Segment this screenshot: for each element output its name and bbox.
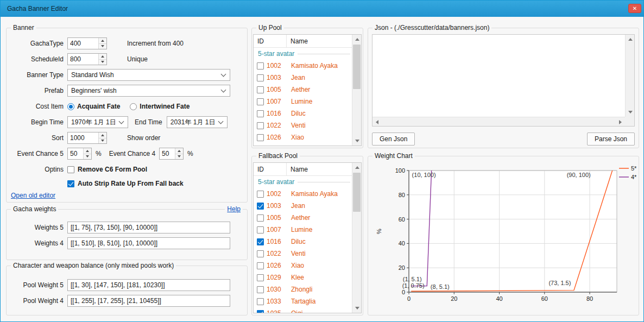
scroll-right-icon[interactable] [616,117,625,127]
parse-json-button[interactable]: Parse Json [587,132,635,146]
pool-row[interactable]: 1033Tartaglia [254,295,352,307]
spin-down-icon[interactable] [98,138,106,144]
event-chance-4-input[interactable] [160,148,175,159]
cost-item-radio-1[interactable]: Acquaint Fate [67,103,120,110]
spin-up-icon[interactable] [175,148,183,154]
pool-row[interactable]: 1005Aether [254,84,352,96]
scroll-up-icon[interactable] [352,163,362,172]
pool-row-checkbox[interactable] [257,310,264,313]
scroll-down-icon[interactable] [626,108,635,117]
checkbox-label: Auto Strip Rate Up From Fall back [78,180,184,187]
spin-up-icon[interactable] [98,132,106,138]
pool-row[interactable]: 1029Klee [254,272,352,283]
scheduleid-input[interactable] [68,54,98,65]
pool-row-checkbox[interactable] [257,134,264,141]
close-button[interactable]: ✕ [628,4,641,13]
banner-type-select[interactable]: Standard Wish [67,69,230,81]
pool-row-checkbox[interactable] [257,214,264,222]
event-chance-5-input[interactable] [68,148,83,159]
spin-down-icon[interactable] [98,60,106,65]
scroll-up-icon[interactable] [352,35,362,44]
json-vertical-scrollbar[interactable] [625,35,634,117]
open-old-editor-link[interactable]: Open old editor [11,192,55,199]
gen-json-button[interactable]: Gen Json [372,132,415,146]
optins-checkbox-2[interactable]: Auto Strip Rate Up From Fall back [67,180,184,187]
pool-row[interactable]: 1005Aether [254,212,352,224]
fallback-pool-group-title: Fallback Pool [256,152,300,160]
end-time-select[interactable]: 2031年 1月 1日 [167,116,228,128]
spin-up-icon[interactable] [83,148,91,154]
pool-row-checkbox[interactable] [257,122,264,129]
scroll-down-icon[interactable] [352,304,362,313]
optins-checkbox-1[interactable]: Remove C6 Form Pool [67,166,147,173]
pool-row[interactable]: 1026Xiao [254,131,352,143]
pool-row-checkbox[interactable] [257,274,264,281]
fallback-pool-scrollbar[interactable] [352,163,361,313]
cost-item-row: Cost Item Acquaint Fate Intertwined Fate [7,100,247,112]
pool-row-checkbox[interactable] [257,98,264,105]
pool-row-name: Lumine [291,98,312,105]
pool-row-checkbox[interactable] [257,74,264,81]
pool-row-checkbox[interactable] [257,262,264,269]
pool-row[interactable]: 1002Kamisato Ayaka [254,60,352,72]
pool-row[interactable]: 1030Zhongli [254,283,352,295]
pool-row-checkbox[interactable] [257,226,264,233]
json-horizontal-scrollbar[interactable] [372,117,625,126]
scroll-thumb[interactable] [353,173,361,212]
pool-row-checkbox[interactable] [257,86,264,93]
spin-down-icon[interactable] [98,44,106,49]
pool-row-checkbox[interactable] [257,250,264,257]
checkbox-icon[interactable] [67,166,74,173]
pool-row-name: Venti [291,250,306,257]
weights5-input[interactable] [67,222,230,233]
pool-row[interactable]: 1022Venti [254,248,352,260]
pool-row[interactable]: 1007Lumine [254,96,352,108]
pool-row-checkbox[interactable] [257,298,264,305]
pool-row-name: Klee [291,274,304,281]
pool-row[interactable]: 1022Venti [254,119,352,131]
event5-spin-buttons [83,148,91,159]
checkbox-icon[interactable] [67,180,74,187]
sort-input[interactable] [68,132,98,143]
pool-weight5-input[interactable] [67,279,230,291]
cost-item-radio-2[interactable]: Intertwined Fate [130,103,190,110]
spin-down-icon[interactable] [175,154,183,160]
pool-row[interactable]: 1007Lumine [254,224,352,236]
help-link[interactable]: Help [225,205,243,213]
banner-type-row: Banner Type Standard Wish [7,69,247,81]
pool-row[interactable]: 1016Diluc [254,108,352,119]
scroll-thumb[interactable] [353,45,361,89]
pool-row[interactable]: 1016Diluc [254,236,352,248]
pool-row-checkbox[interactable] [257,238,264,245]
prefab-select[interactable]: Beginners' wish [67,85,230,97]
spin-down-icon[interactable] [83,154,91,160]
pool-row[interactable]: 1002Kamisato Ayaka [254,188,352,200]
pool-row-checkbox[interactable] [257,203,264,210]
json-textarea[interactable] [372,35,625,117]
pool-row-checkbox[interactable] [257,191,264,198]
pool-row[interactable]: 1003Jean [254,200,352,212]
pool-row-checkbox[interactable] [257,62,264,70]
pool-row-name: Jean [291,202,305,210]
pool-row-checkbox[interactable] [257,286,264,293]
pool-row[interactable]: 1035Qiqi [254,307,352,313]
svg-text:20: 20 [451,295,457,302]
pool-row-name: Qiqi [291,310,302,313]
begin-time-select[interactable]: 1970年 1月 1日 [67,116,128,128]
pool-row-checkbox[interactable] [257,110,264,117]
pool-weight4-input[interactable] [67,295,230,307]
up-pool-scrollbar[interactable] [352,35,361,146]
scroll-left-icon[interactable] [372,117,382,127]
gachatype-input[interactable] [68,38,98,49]
svg-text:(90, 100): (90, 100) [567,172,591,178]
pool-row[interactable]: 1026Xiao [254,260,352,272]
scroll-up-icon[interactable] [626,35,635,44]
optins-row-2: Auto Strip Rate Up From Fall back [7,178,247,190]
weights4-input[interactable] [67,237,230,249]
scheduleid-row: ScheduleId Unique [7,53,247,65]
scroll-down-icon[interactable] [352,136,362,146]
spin-up-icon[interactable] [98,54,106,60]
spin-up-icon[interactable] [98,38,106,44]
pool-row[interactable]: 1003Jean [254,72,352,84]
pool-category: 5-star avatar [254,176,352,188]
